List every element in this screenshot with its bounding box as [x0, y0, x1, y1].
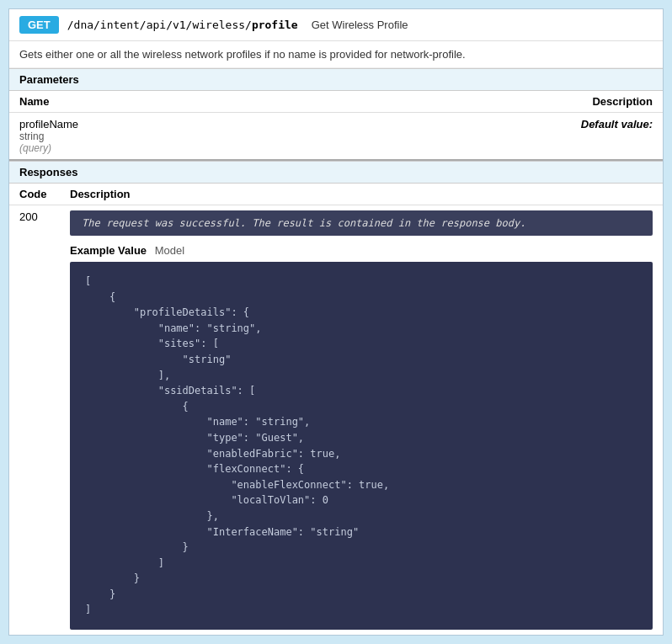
- endpoint-title: Get Wireless Profile: [312, 19, 408, 31]
- api-panel: GET /dna/intent/api/v1/wireless/profile …: [8, 8, 664, 636]
- responses-section-header: Responses: [9, 161, 663, 184]
- path-prefix: /dna/intent/api/v1/wireless/: [67, 19, 252, 31]
- params-col-name: Name: [9, 91, 312, 113]
- params-col-description: Description: [312, 91, 663, 113]
- resp-col-description: Description: [60, 184, 663, 205]
- parameters-section-header: Parameters: [9, 68, 663, 91]
- parameters-table: Name Description profileName string (que…: [9, 91, 663, 159]
- endpoint-description: Gets either one or all the wireless netw…: [9, 41, 663, 68]
- method-badge: GET: [19, 16, 59, 34]
- responses-table: Code Description 200 The request was suc…: [9, 184, 663, 635]
- endpoint-path: /dna/intent/api/v1/wireless/profile: [67, 19, 298, 31]
- param-location: (query): [19, 142, 301, 154]
- responses-section: Responses Code Description 200 The reque…: [9, 159, 663, 635]
- param-name: profileName: [19, 118, 301, 130]
- param-default-label: Default value:: [581, 118, 653, 130]
- example-value-label: Example Value: [70, 244, 147, 257]
- param-type: string: [19, 130, 301, 142]
- resp-col-code: Code: [9, 184, 60, 205]
- json-block: [ { "profileDetails": { "name": "string"…: [70, 262, 653, 630]
- endpoint-header: GET /dna/intent/api/v1/wireless/profile …: [9, 9, 663, 41]
- response-code: 200: [9, 205, 60, 636]
- path-bold: profile: [252, 19, 298, 31]
- param-row: profileName string (query) Default value…: [9, 113, 663, 160]
- response-message: The request was successful. The result i…: [70, 210, 653, 236]
- model-link[interactable]: Model: [155, 244, 184, 257]
- response-desc-cell: The request was successful. The result i…: [60, 205, 663, 636]
- example-label: Example Value Model: [70, 244, 653, 257]
- response-row: 200 The request was successful. The resu…: [9, 205, 663, 636]
